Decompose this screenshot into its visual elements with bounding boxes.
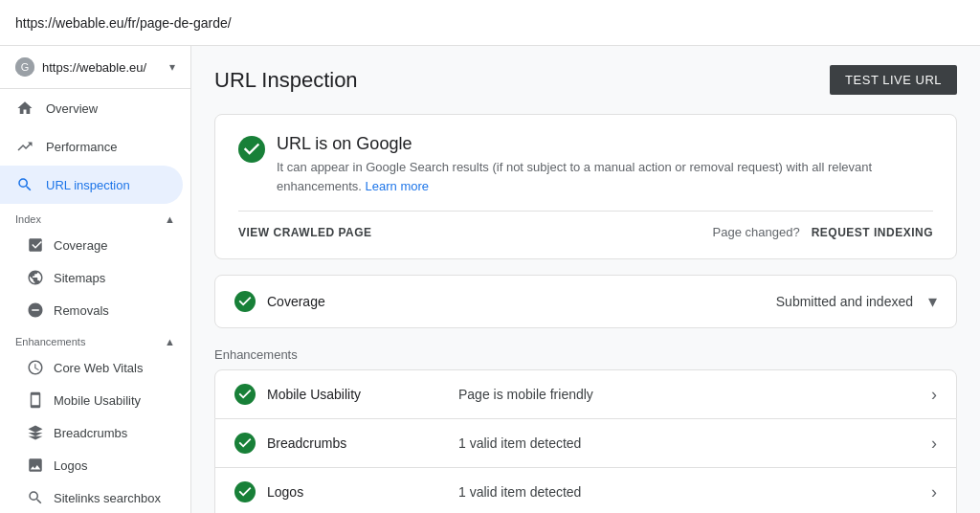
phone-icon — [27, 391, 44, 409]
learn-more-link[interactable]: Learn more — [366, 179, 429, 193]
status-actions: VIEW CRAWLED PAGE Page changed? REQUEST … — [238, 211, 933, 239]
gauge-icon — [27, 359, 44, 376]
enhancements-section-header[interactable]: Enhancements ▲ — [0, 326, 190, 351]
mobile-usability-enh-value: Page is mobile friendly — [458, 387, 924, 402]
sidebar: G https://webable.eu/ ▾ Overview Perform… — [0, 46, 191, 513]
status-card: URL is on Google It can appear in Google… — [214, 114, 957, 259]
sidebar-item-performance[interactable]: Performance — [0, 127, 183, 166]
sidebar-item-removals[interactable]: Removals — [0, 294, 183, 326]
svg-point-4 — [234, 384, 256, 405]
sidebar-item-overview[interactable]: Overview — [0, 89, 183, 127]
performance-icon — [15, 137, 34, 156]
core-web-vitals-label: Core Web Vitals — [54, 361, 143, 375]
home-icon — [15, 99, 34, 118]
mobile-usability-check-icon — [234, 384, 256, 405]
url-inspection-label: URL inspection — [46, 178, 130, 192]
account-selector[interactable]: G https://webable.eu/ ▾ — [0, 46, 190, 89]
index-section-label: Index — [15, 213, 41, 225]
index-section-header[interactable]: Index ▲ — [0, 204, 190, 229]
sitemaps-label: Sitemaps — [54, 271, 105, 285]
svg-point-3 — [234, 291, 256, 312]
enhancements-section-title: Enhancements — [214, 347, 957, 362]
enhancement-row-breadcrumbs[interactable]: Breadcrumbs 1 valid item detected › — [215, 419, 956, 467]
view-crawled-page-button[interactable]: VIEW CRAWLED PAGE — [238, 226, 372, 239]
request-indexing-area: Page changed? REQUEST INDEXING — [713, 225, 933, 239]
status-title: URL is on Google — [277, 134, 933, 154]
coverage-row[interactable]: Coverage Submitted and indexed ▾ — [214, 275, 957, 328]
mobile-usability-chevron-icon: › — [931, 385, 937, 405]
breadcrumbs-enh-value: 1 valid item detected — [458, 435, 924, 451]
overview-label: Overview — [46, 101, 98, 116]
sidebar-item-coverage[interactable]: Coverage — [0, 229, 183, 261]
enhancements-collapse-icon: ▲ — [165, 336, 175, 347]
logos-chevron-icon: › — [931, 482, 937, 502]
coverage-icon — [27, 236, 44, 254]
breadcrumb-icon — [27, 424, 44, 441]
svg-point-2 — [238, 136, 265, 163]
enhancement-card-mobile-usability: Mobile Usability Page is mobile friendly… — [214, 369, 957, 419]
enhancement-card-logos: Logos 1 valid item detected › — [214, 468, 957, 513]
account-dropdown-arrow: ▾ — [169, 60, 175, 74]
top-bar-url: https://webable.eu/fr/page-de-garde/ — [15, 15, 232, 31]
enhancement-card-breadcrumbs: Breadcrumbs 1 valid item detected › — [214, 419, 957, 468]
url-on-google-icon — [238, 136, 265, 163]
logos-check-icon — [234, 481, 256, 502]
enhancements-list: Mobile Usability Page is mobile friendly… — [214, 369, 957, 513]
sidebar-item-url-inspection[interactable]: URL inspection — [0, 166, 183, 204]
image-icon — [27, 457, 44, 474]
sidebar-item-core-web-vitals[interactable]: Core Web Vitals — [0, 351, 183, 384]
performance-label: Performance — [46, 140, 117, 154]
breadcrumbs-enh-label: Breadcrumbs — [267, 435, 458, 451]
mobile-usability-enh-label: Mobile Usability — [267, 387, 458, 402]
breadcrumbs-sidebar-label: Breadcrumbs — [54, 426, 127, 440]
sidebar-item-logos[interactable]: Logos — [0, 449, 183, 481]
coverage-row-label: Coverage — [267, 294, 776, 309]
logos-enh-label: Logos — [267, 484, 458, 500]
removals-icon — [27, 301, 44, 319]
mobile-usability-sidebar-label: Mobile Usability — [54, 393, 141, 408]
status-header: URL is on Google It can appear in Google… — [238, 134, 933, 195]
coverage-check-icon — [234, 291, 256, 312]
coverage-label: Coverage — [54, 238, 107, 253]
sidebar-item-sitelinks-searchbox[interactable]: Sitelinks searchbox — [0, 481, 183, 513]
enhancement-row-mobile-usability[interactable]: Mobile Usability Page is mobile friendly… — [215, 370, 956, 418]
removals-label: Removals — [54, 303, 109, 318]
coverage-expand-icon: ▾ — [928, 291, 937, 312]
sitelinks-searchbox-label: Sitelinks searchbox — [54, 491, 161, 505]
coverage-row-value: Submitted and indexed — [776, 294, 913, 309]
account-icon: G — [15, 57, 34, 77]
breadcrumbs-chevron-icon: › — [931, 434, 937, 454]
svg-point-6 — [234, 481, 256, 502]
logos-sidebar-label: Logos — [54, 458, 87, 473]
index-collapse-icon: ▲ — [165, 213, 175, 225]
page-title: URL Inspection — [214, 68, 358, 93]
sidebar-item-mobile-usability[interactable]: Mobile Usability — [0, 384, 183, 416]
svg-text:G: G — [21, 61, 30, 73]
enhancements-section-label: Enhancements — [15, 336, 85, 347]
top-bar: https://webable.eu/fr/page-de-garde/ — [0, 0, 980, 46]
main-content: URL Inspection TEST LIVE URL URL is on G… — [191, 46, 980, 513]
account-label: https://webable.eu/ — [42, 60, 169, 75]
searchbox-icon — [27, 489, 44, 506]
enhancement-row-logos[interactable]: Logos 1 valid item detected › — [215, 468, 956, 513]
page-changed-label: Page changed? — [713, 225, 800, 239]
request-indexing-button[interactable]: REQUEST INDEXING — [812, 226, 933, 239]
sidebar-item-sitemaps[interactable]: Sitemaps — [0, 261, 183, 294]
breadcrumbs-check-icon — [234, 433, 256, 454]
status-description: It can appear in Google Search results (… — [277, 158, 933, 195]
page-header: URL Inspection TEST LIVE URL — [214, 65, 957, 95]
sitemaps-icon — [27, 269, 44, 286]
search-icon — [15, 175, 34, 194]
sidebar-item-breadcrumbs[interactable]: Breadcrumbs — [0, 416, 183, 449]
test-live-url-button[interactable]: TEST LIVE URL — [830, 65, 957, 95]
logos-enh-value: 1 valid item detected — [458, 484, 924, 500]
svg-point-5 — [234, 433, 256, 454]
